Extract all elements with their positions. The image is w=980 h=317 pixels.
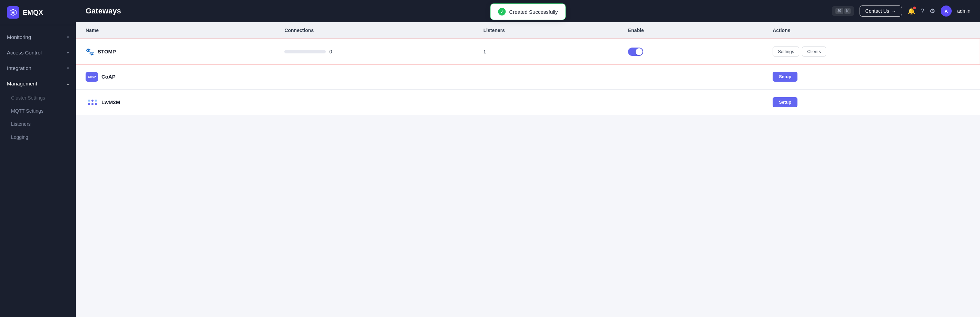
chevron-up-icon: ▴ — [67, 81, 69, 86]
svg-point-5 — [95, 100, 97, 101]
page-title: Gateways — [86, 6, 826, 16]
success-toast: ✓ Created Successfully — [490, 3, 566, 20]
keyboard-shortcut: ⌘ K — [832, 6, 854, 16]
sidebar-logo: EMQX — [0, 0, 76, 25]
sidebar-item-integration[interactable]: Integration ▾ — [0, 60, 76, 76]
sidebar-item-cluster-settings[interactable]: Cluster Settings — [0, 91, 76, 105]
col-header-connections: Connections — [275, 22, 473, 39]
sidebar-item-access-control[interactable]: Access Control ▾ — [0, 45, 76, 60]
main-area: Gateways ✓ Created Successfully ⌘ K Cont… — [76, 0, 980, 317]
svg-point-7 — [91, 103, 94, 105]
content-area: Name Connections Listeners Enable Action… — [76, 22, 980, 317]
lwm2m-label: LwM2M — [102, 99, 120, 105]
stomp-hat-icon: 🐾 — [86, 48, 94, 56]
svg-point-3 — [88, 100, 90, 101]
stomp-label: STOMP — [98, 49, 116, 54]
sidebar-navigation: Monitoring ▾ Access Control ▾ Integratio… — [0, 25, 76, 317]
chevron-down-icon: ▾ — [67, 66, 69, 71]
chevron-down-icon: ▾ — [67, 50, 69, 55]
col-header-enable: Enable — [618, 22, 763, 39]
stomp-clients-button[interactable]: Clients — [802, 46, 826, 57]
kbd-mod: ⌘ — [835, 8, 843, 14]
sidebar-item-monitoring[interactable]: Monitoring ▾ — [0, 29, 76, 45]
settings-gear-icon[interactable]: ⚙ — [930, 7, 935, 15]
table-row: LwM2M Setup — [76, 90, 980, 115]
lwm2m-icon — [86, 98, 98, 107]
help-icon[interactable]: ? — [921, 8, 924, 15]
table-row: CoAP CoAP Setup — [76, 64, 980, 90]
stomp-listeners-count: 1 — [484, 49, 486, 54]
stomp-settings-button[interactable]: Settings — [773, 46, 799, 57]
kbd-key: K — [845, 8, 851, 14]
gateway-name-stomp: 🐾 STOMP — [86, 48, 265, 56]
stomp-enable-toggle[interactable] — [628, 48, 643, 56]
sidebar-item-management[interactable]: Management ▴ — [0, 76, 76, 91]
stomp-connections-cell: 0 — [284, 49, 464, 54]
emqx-logo-icon — [7, 6, 19, 19]
toggle-thumb — [636, 48, 643, 55]
coap-icon: CoAP — [86, 72, 98, 82]
col-header-actions: Actions — [763, 22, 980, 39]
stomp-connections-count: 0 — [329, 49, 332, 54]
stomp-progress-bar — [284, 50, 326, 54]
avatar[interactable]: A — [941, 6, 952, 17]
gateways-table: Name Connections Listeners Enable Action… — [76, 22, 980, 115]
sidebar: EMQX Monitoring ▾ Access Control ▾ Integ… — [0, 0, 76, 317]
notification-dot — [913, 6, 916, 9]
sidebar-item-mqtt-settings[interactable]: MQTT Settings — [0, 105, 76, 117]
table-header-row: Name Connections Listeners Enable Action… — [76, 22, 980, 39]
gateway-name-lwm2m: LwM2M — [86, 98, 265, 107]
success-check-icon: ✓ — [498, 8, 506, 16]
topbar-icons: 🔔 ? ⚙ A admin — [908, 6, 970, 17]
toast-message: Created Successfully — [509, 9, 558, 15]
admin-label: admin — [957, 8, 970, 14]
svg-point-6 — [88, 103, 90, 105]
topbar: Gateways ✓ Created Successfully ⌘ K Cont… — [76, 0, 980, 22]
logo-text: EMQX — [23, 9, 43, 17]
svg-point-8 — [95, 103, 97, 105]
contact-us-button[interactable]: Contact Us → — [859, 6, 902, 17]
gateway-name-coap: CoAP CoAP — [86, 72, 265, 82]
col-header-listeners: Listeners — [474, 22, 618, 39]
notification-bell-icon[interactable]: 🔔 — [908, 7, 915, 15]
lwm2m-setup-button[interactable]: Setup — [773, 97, 797, 107]
sidebar-item-listeners[interactable]: Listeners — [0, 117, 76, 131]
chevron-down-icon: ▾ — [67, 35, 69, 40]
sidebar-item-logging[interactable]: Logging — [0, 131, 76, 144]
svg-point-4 — [91, 100, 94, 101]
stomp-actions-cell: Settings Clients — [773, 46, 970, 57]
coap-setup-button[interactable]: Setup — [773, 72, 797, 82]
col-header-name: Name — [76, 22, 275, 39]
coap-label: CoAP — [102, 74, 116, 79]
table-row: 🐾 STOMP 0 1 — [76, 39, 980, 65]
